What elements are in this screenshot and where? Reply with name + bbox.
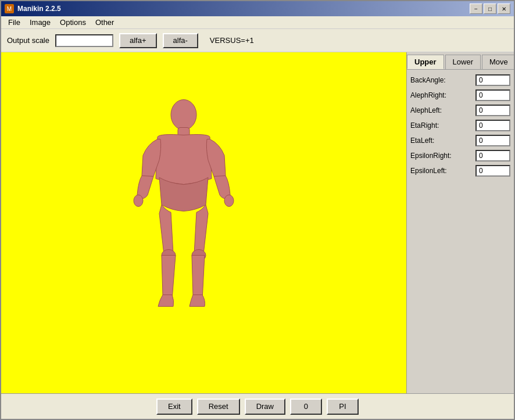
panel-fields: BackAngle: AlephRight: AlephLeft: EtaRig… <box>407 70 514 181</box>
menu-item-file[interactable]: File <box>3 17 25 28</box>
title-bar-left: M Manikin 2.2.5 <box>5 4 61 13</box>
field-row-aleph-right: AlephRight: <box>410 89 510 101</box>
output-scale-label: Output scale <box>7 36 49 45</box>
tab-move[interactable]: Move <box>482 55 514 69</box>
minimize-button[interactable]: − <box>470 3 482 14</box>
tab-upper[interactable]: Upper <box>407 55 444 69</box>
eta-right-label: EtaRight: <box>410 121 439 130</box>
pi-button[interactable]: PI <box>327 399 359 415</box>
svg-point-3 <box>224 195 234 206</box>
close-button[interactable]: ✕ <box>498 3 510 14</box>
exit-button[interactable]: Exit <box>156 399 192 415</box>
epsilon-right-input[interactable] <box>475 150 510 161</box>
field-row-eta-left: EtaLeft: <box>410 135 510 146</box>
menu-item-options[interactable]: Options <box>55 17 91 28</box>
field-row-aleph-left: AlephLeft: <box>410 105 510 116</box>
alfa-plus-button[interactable]: alfa+ <box>119 33 157 48</box>
svg-point-0 <box>171 99 196 130</box>
main-window: M Manikin 2.2.5 − □ ✕ File Image Options… <box>0 0 515 420</box>
bottom-bar: Exit Reset Draw 0 PI <box>1 393 514 419</box>
figure-container <box>108 97 259 349</box>
eta-left-input[interactable] <box>475 135 510 146</box>
back-angle-label: BackAngle: <box>410 76 446 84</box>
eta-left-label: EtaLeft: <box>410 137 434 145</box>
aleph-left-input[interactable] <box>475 105 510 116</box>
manikin-figure <box>108 97 259 347</box>
alfa-minus-button[interactable]: alfa- <box>163 33 198 48</box>
epsilon-left-input[interactable] <box>475 165 510 177</box>
aleph-right-label: AlephRight: <box>410 91 446 99</box>
main-content: Upper Lower Move BackAngle: AlephRight: <box>1 52 514 393</box>
back-angle-input[interactable] <box>475 74 510 86</box>
eta-right-input[interactable] <box>475 120 510 131</box>
menu-item-other[interactable]: Other <box>91 17 119 28</box>
window-title: Manikin 2.2.5 <box>17 5 61 13</box>
draw-button[interactable]: Draw <box>245 399 285 415</box>
canvas-area[interactable] <box>1 52 406 393</box>
reset-button[interactable]: Reset <box>197 399 240 415</box>
field-row-epsilon-right: EpsilonRight: <box>410 150 510 161</box>
title-bar-controls: − □ ✕ <box>470 3 510 14</box>
tab-bar: Upper Lower Move <box>407 52 514 70</box>
aleph-left-label: AlephLeft: <box>410 106 442 114</box>
zero-button[interactable]: 0 <box>290 399 322 415</box>
tab-lower[interactable]: Lower <box>445 55 481 69</box>
menu-item-image[interactable]: Image <box>25 17 55 28</box>
output-scale-input[interactable] <box>55 34 113 47</box>
maximize-button[interactable]: □ <box>484 3 496 14</box>
svg-point-2 <box>134 195 143 206</box>
epsilon-right-label: EpsilonRight: <box>410 152 452 160</box>
title-bar: M Manikin 2.2.5 − □ ✕ <box>1 1 514 16</box>
versus-label: VERSUS=+1 <box>210 36 254 45</box>
field-row-epsilon-left: EpsilonLeft: <box>410 165 510 177</box>
app-icon-letter: M <box>7 6 12 12</box>
epsilon-left-label: EpsilonLeft: <box>410 167 447 175</box>
menu-bar: File Image Options Other <box>1 16 514 29</box>
app-icon: M <box>5 4 14 13</box>
aleph-right-input[interactable] <box>475 89 510 101</box>
field-row-eta-right: EtaRight: <box>410 120 510 131</box>
field-row-back-angle: BackAngle: <box>410 74 510 86</box>
toolbar: Output scale alfa+ alfa- VERSUS=+1 <box>1 29 514 52</box>
right-panel: Upper Lower Move BackAngle: AlephRight: <box>406 52 514 393</box>
